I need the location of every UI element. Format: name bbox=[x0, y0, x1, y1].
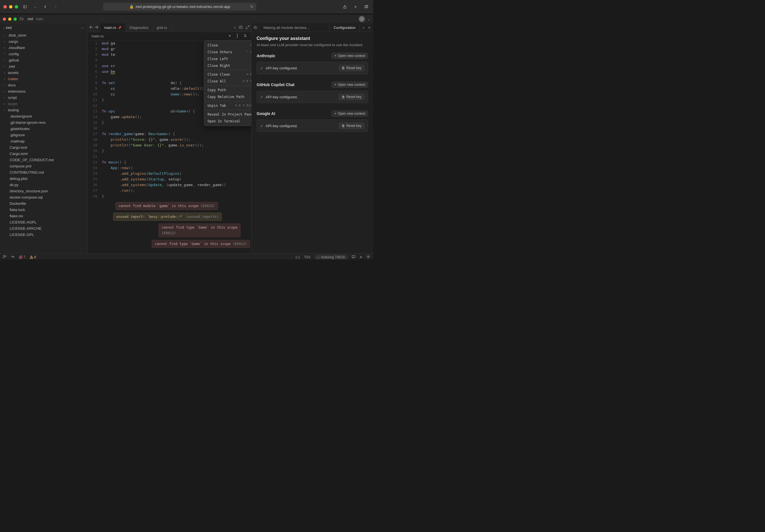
download-icon[interactable] bbox=[11, 255, 15, 259]
file-item[interactable]: debug.plist bbox=[0, 175, 87, 181]
editor-tab[interactable]: main.rs📌 bbox=[100, 23, 126, 32]
history-icon[interactable] bbox=[252, 23, 260, 32]
tabs-overview-icon[interactable] bbox=[363, 3, 370, 10]
context-menu-item[interactable]: Open In Terminal bbox=[204, 118, 251, 125]
share-icon[interactable] bbox=[342, 3, 348, 10]
reset-key-button[interactable]: 🗑 Reset key bbox=[339, 123, 365, 129]
add-tab-icon[interactable]: + bbox=[234, 26, 236, 30]
user-menu-chevron-icon[interactable]: ⌄ bbox=[367, 17, 370, 21]
nav-back-icon[interactable] bbox=[89, 25, 93, 30]
folder-item[interactable]: ›.cloudflare bbox=[0, 45, 87, 51]
folder-item[interactable]: ›crates bbox=[0, 76, 87, 82]
maximize-window[interactable] bbox=[15, 5, 18, 9]
chevron-down-icon[interactable]: ⌄ bbox=[32, 3, 39, 10]
file-item[interactable]: .dockerignore bbox=[0, 113, 87, 119]
folder-item[interactable]: ›.blob_store bbox=[0, 32, 87, 38]
file-item[interactable]: .git-blame-ignore-revs bbox=[0, 119, 87, 126]
file-item[interactable]: flake.nix bbox=[0, 213, 87, 219]
file-item[interactable]: Dockerfile bbox=[0, 200, 87, 206]
app-minimize[interactable] bbox=[8, 18, 11, 21]
assistant-tab-thread[interactable]: Making all module declara… bbox=[260, 23, 330, 32]
open-new-context-button[interactable]: + Open new context bbox=[332, 53, 368, 59]
warning-count[interactable]: 6 bbox=[30, 255, 36, 259]
folder-item[interactable]: ›extensions bbox=[0, 88, 87, 94]
add-context-icon[interactable]: + bbox=[363, 26, 365, 30]
close-window[interactable] bbox=[3, 5, 7, 9]
file-item[interactable]: CONTRIBUTING.md bbox=[0, 169, 87, 175]
context-menu-item[interactable]: Close⌘ W bbox=[204, 42, 251, 49]
reset-key-button[interactable]: 🗑 Reset key bbox=[339, 65, 365, 71]
file-item[interactable]: .gitattributes bbox=[0, 126, 87, 132]
sparkle-icon[interactable]: ✦ bbox=[228, 34, 231, 39]
context-menu-item[interactable]: Unpin Tab⌘ K ⌘ Enter bbox=[204, 102, 251, 109]
error-count[interactable]: 7 bbox=[19, 255, 26, 259]
url-bar[interactable]: 🔒 zed-prototyping-git-git-ui-tweaks-zed-… bbox=[103, 3, 256, 11]
context-menu-item[interactable]: Copy Relative Path bbox=[204, 94, 251, 100]
reload-icon[interactable]: ↻ bbox=[250, 5, 254, 9]
folder-item[interactable]: ›docs bbox=[0, 82, 87, 88]
indexing-status[interactable]: Indexing 748/2k bbox=[315, 255, 348, 260]
folder-item[interactable]: ›.config bbox=[0, 51, 87, 57]
reset-key-button[interactable]: 🗑 Reset key bbox=[339, 94, 365, 100]
editor-tab[interactable]: Diagnostics bbox=[126, 23, 153, 32]
file-item[interactable]: LICENSE-GPL bbox=[0, 231, 87, 238]
project-name[interactable]: zed bbox=[28, 17, 33, 21]
file-item[interactable]: LICENSE-APACHE bbox=[0, 225, 87, 231]
minimize-window[interactable] bbox=[9, 5, 12, 9]
open-new-context-button[interactable]: + Open new context bbox=[332, 82, 368, 88]
code-editor[interactable]: 1234567891011121314151617181920212223242… bbox=[88, 41, 251, 253]
folder-item[interactable]: ›assets bbox=[0, 69, 87, 76]
context-menu-item[interactable]: Close Left bbox=[204, 56, 251, 62]
language-mode[interactable]: TSX bbox=[304, 255, 311, 259]
breadcrumb[interactable]: main.rs bbox=[92, 34, 104, 38]
forward-button[interactable] bbox=[52, 3, 59, 10]
menu-icon[interactable]: ≡ bbox=[368, 26, 370, 30]
context-menu-item[interactable]: Close Right bbox=[204, 62, 251, 69]
avatar[interactable] bbox=[359, 16, 365, 22]
gear-icon[interactable] bbox=[366, 255, 370, 259]
file-item[interactable]: Cargo.toml bbox=[0, 150, 87, 157]
file-item[interactable]: CODE_OF_CONDUCT.md bbox=[0, 157, 87, 163]
feedback-icon[interactable] bbox=[352, 255, 356, 259]
project-menu-icon[interactable]: ⋯ bbox=[81, 26, 85, 30]
folder-item[interactable]: ›script bbox=[0, 94, 87, 101]
folder-item[interactable]: ›target bbox=[0, 101, 87, 107]
cursor-position[interactable]: 1:1 bbox=[295, 255, 300, 259]
context-menu-item[interactable]: Reveal In Project Panel bbox=[204, 111, 251, 118]
file-item[interactable]: Cargo.lock bbox=[0, 144, 87, 150]
context-menu-item[interactable]: Close All⌘ K ⌘ W bbox=[204, 78, 251, 85]
sidebar-toggle-icon[interactable] bbox=[22, 3, 28, 10]
file-item[interactable]: .gitignore bbox=[0, 132, 87, 138]
diagnostic[interactable]: cannot find type `Game` in this scope (E… bbox=[152, 240, 250, 248]
copilot-icon[interactable]: ✦ bbox=[360, 255, 363, 259]
context-menu-item[interactable]: Close Others⌃ ⌘ T bbox=[204, 49, 251, 56]
diagnostic[interactable]: cannot find type `Game` in this scope(E0… bbox=[159, 223, 241, 237]
context-menu-item[interactable]: Copy Path bbox=[204, 87, 251, 94]
file-item[interactable]: directory_structure.json bbox=[0, 188, 87, 194]
file-item[interactable]: dir.py bbox=[0, 181, 87, 188]
split-icon[interactable] bbox=[239, 25, 243, 30]
new-tab-icon[interactable] bbox=[352, 3, 359, 10]
file-item[interactable]: flake.lock bbox=[0, 206, 87, 213]
folder-item[interactable]: ›.cargo bbox=[0, 38, 87, 45]
nav-forward-icon[interactable] bbox=[94, 25, 98, 30]
file-item[interactable]: compose.yml bbox=[0, 163, 87, 169]
app-maximize[interactable] bbox=[14, 18, 17, 21]
expand-icon[interactable] bbox=[246, 25, 250, 30]
app-close[interactable] bbox=[3, 18, 6, 21]
project-root[interactable]: ⌄ zed ⋯ bbox=[0, 23, 87, 32]
folder-item[interactable]: ›.zed bbox=[0, 63, 87, 69]
branch-name[interactable]: main bbox=[36, 17, 43, 21]
settings-icon[interactable] bbox=[243, 34, 247, 39]
folder-item[interactable]: ›.github bbox=[0, 57, 87, 63]
folder-item[interactable]: ›tooling bbox=[0, 107, 87, 113]
diagnostic[interactable]: unused import: `bevy::prelude::*` (unuse… bbox=[113, 213, 222, 221]
open-new-context-button[interactable]: + Open new context bbox=[332, 111, 368, 117]
assistant-tab-config[interactable]: Configuration bbox=[330, 23, 360, 32]
context-menu-item[interactable]: Close Clean⌘ K U bbox=[204, 71, 251, 78]
cursor-icon[interactable] bbox=[235, 34, 239, 39]
file-item[interactable]: LICENSE-AGPL bbox=[0, 219, 87, 225]
back-button[interactable] bbox=[42, 3, 49, 10]
file-item[interactable]: docker-compose.sql bbox=[0, 194, 87, 200]
diagnostic[interactable]: cannot find module `game` in this scope … bbox=[115, 202, 218, 210]
